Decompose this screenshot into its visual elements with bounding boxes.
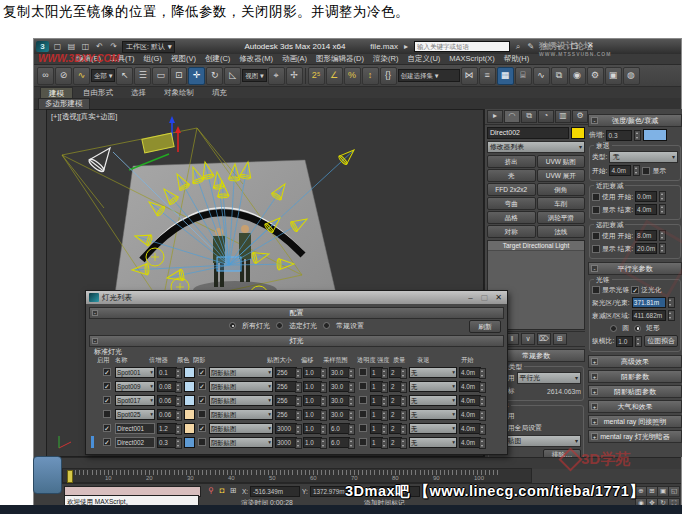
close-button[interactable]: ✕ [584, 41, 597, 52]
overshoot-checkbox[interactable] [631, 286, 639, 294]
workspace-dropdown[interactable]: 工作区: 默认▾ [122, 41, 175, 53]
z-coordinate-field[interactable]: 2269.793m [370, 486, 420, 497]
coordinate-mode-icon[interactable]: ⊞ [228, 486, 238, 496]
spinner[interactable] [175, 396, 182, 407]
decay-dropdown[interactable]: 无▾ [409, 423, 457, 434]
sample-range-field[interactable]: 30.0 [329, 381, 350, 392]
light-color-swatch[interactable] [184, 395, 195, 406]
transparency-checkbox[interactable] [359, 424, 367, 432]
light-name-field[interactable]: Spot025▾ [115, 409, 155, 420]
near-start-field[interactable]: 0.0m [635, 191, 657, 202]
select-link-icon[interactable]: ∞ [37, 67, 54, 85]
modifier-preset-button[interactable]: 法线 [537, 225, 586, 238]
far-show-checkbox[interactable] [592, 245, 600, 253]
far-start-field[interactable]: 8.0m [635, 230, 657, 241]
ribbon-tab[interactable]: 填充 [204, 87, 235, 98]
shadow-type-dropdown[interactable]: 阴影贴图▾ [209, 381, 273, 392]
modify-tab-icon[interactable]: ◠ [504, 110, 520, 123]
bitmap-fit-button[interactable]: 位图拟合 [644, 335, 678, 347]
decay-dropdown[interactable]: 无▾ [409, 409, 457, 420]
menu-item[interactable]: 视图(V) [171, 54, 196, 64]
multiplier-field[interactable]: 0.08 [157, 381, 177, 392]
shadow-enable-checkbox[interactable] [198, 424, 206, 432]
decay-dropdown[interactable]: 无▾ [409, 381, 457, 392]
ribbon-tab[interactable]: 选择 [123, 87, 154, 98]
spinner[interactable] [659, 204, 666, 215]
spinner[interactable] [295, 438, 302, 449]
stack-item[interactable]: Target Directional Light [488, 241, 584, 251]
spinner[interactable] [479, 410, 486, 421]
menu-item[interactable]: 图形编辑器(D) [316, 54, 364, 64]
light-type-dropdown[interactable]: 平行光▾ [517, 372, 581, 384]
configure-modifier-sets-icon[interactable]: ⊞ [553, 333, 567, 345]
modifier-preset-button[interactable]: 壳 [487, 169, 536, 182]
light-color-swatch[interactable] [643, 129, 667, 141]
falloff-field[interactable]: 411.682m [632, 310, 666, 321]
decay-start-field[interactable]: 4.0m [459, 367, 481, 378]
select-by-name-icon[interactable]: ☰ [134, 67, 151, 85]
selected-lights-radio[interactable] [276, 322, 283, 329]
spinner-snap-icon[interactable]: ↕ [362, 67, 379, 85]
rollout-header-collapsed[interactable]: +高级效果 [588, 355, 682, 368]
sample-range-field[interactable]: 30.0 [329, 395, 350, 406]
shadow-type-dropdown[interactable]: 阴影贴图▾ [209, 423, 273, 434]
spinner[interactable] [320, 382, 327, 393]
dialog-title-bar[interactable]: 灯光列表 – ▢ ✕ [86, 291, 507, 304]
sample-range-field[interactable]: 6.0 [329, 423, 350, 434]
layer-manager-icon[interactable]: ▦ [497, 67, 514, 85]
modifier-preset-button[interactable]: 车削 [537, 197, 586, 210]
light-enable-checkbox[interactable] [103, 438, 111, 446]
use-pivot-center-icon[interactable]: ⌖ [268, 67, 285, 85]
make-unique-icon[interactable]: ∨ [521, 333, 535, 345]
rollout-intensity-color-attenuation[interactable]: -强度/颜色/衰减 [588, 114, 682, 127]
help-icon[interactable]: ? [539, 42, 549, 51]
redo-icon[interactable]: ↷ [108, 41, 119, 52]
maximize-button[interactable]: ▢ [568, 41, 581, 52]
show-cone-checkbox[interactable] [592, 286, 600, 294]
rollout-header-collapsed[interactable]: +大气和效果 [588, 400, 682, 413]
transparency-checkbox[interactable] [359, 438, 367, 446]
near-show-checkbox[interactable] [592, 206, 600, 214]
spinner[interactable] [400, 438, 407, 449]
light-color-swatch[interactable] [184, 409, 195, 420]
spinner[interactable] [348, 438, 355, 449]
menu-item[interactable]: 修改器(M) [239, 54, 273, 64]
shadow-type-dropdown[interactable]: 阴影贴图▾ [209, 437, 273, 448]
decay-start-field[interactable]: 4.0m [459, 423, 481, 434]
light-color-swatch[interactable] [184, 437, 195, 448]
spinner[interactable] [175, 368, 182, 379]
circle-radio[interactable] [610, 325, 617, 332]
spinner[interactable] [295, 396, 302, 407]
light-color-swatch[interactable] [184, 423, 195, 434]
material-editor-icon[interactable]: ◉ [569, 67, 586, 85]
spinner[interactable] [348, 382, 355, 393]
multiplier-field[interactable]: 0.1 [157, 367, 177, 378]
multiplier-field[interactable]: 0.3 [157, 437, 177, 448]
modifier-preset-button[interactable]: 倒角 [537, 183, 586, 196]
expand-icon[interactable]: + [591, 418, 598, 425]
time-slider-handle[interactable] [67, 470, 73, 483]
modifier-preset-button[interactable]: 对称 [487, 225, 536, 238]
decay-dropdown[interactable]: 无▾ [409, 367, 457, 378]
far-use-checkbox[interactable] [592, 232, 600, 240]
x-coordinate-field[interactable]: -516.349m [250, 486, 300, 497]
spinner[interactable] [479, 396, 486, 407]
aspect-field[interactable]: 1.0 [616, 336, 633, 347]
light-color-swatch[interactable] [184, 367, 195, 378]
expand-icon[interactable]: + [591, 388, 598, 395]
pen-icon[interactable]: ✎ [526, 42, 536, 51]
spinner[interactable] [348, 368, 355, 379]
ribbon-tab[interactable]: 对象绘制 [156, 87, 202, 98]
display-tab-icon[interactable]: ▥ [555, 110, 571, 123]
object-name-field[interactable]: Direct002 [487, 127, 569, 139]
expand-icon[interactable]: + [591, 373, 598, 380]
spinner[interactable] [479, 382, 486, 393]
transparency-checkbox[interactable] [359, 368, 367, 376]
light-name-field[interactable]: Direct002 [115, 437, 155, 448]
spinner[interactable] [400, 410, 407, 421]
decay-dropdown[interactable]: 无▾ [409, 437, 457, 448]
spinner[interactable] [668, 297, 675, 308]
spinner[interactable] [295, 424, 302, 435]
mirror-icon[interactable]: ⋈ [461, 67, 478, 85]
config-rollout-header[interactable]: -配置 [89, 307, 504, 319]
